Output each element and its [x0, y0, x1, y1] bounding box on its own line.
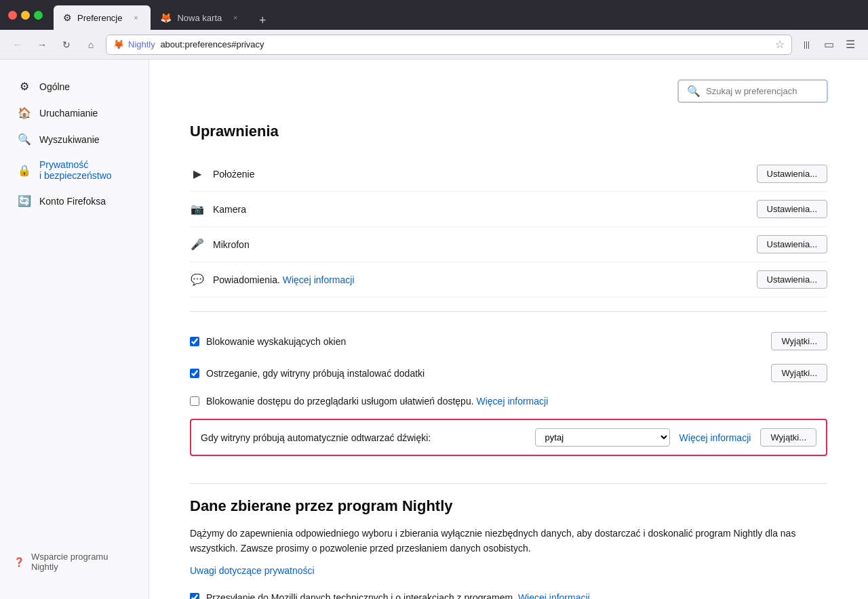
- browser-icon: 🦊: [113, 39, 124, 49]
- technical-data-checkbox[interactable]: [190, 593, 199, 599]
- back-button[interactable]: ←: [8, 35, 27, 54]
- content-area: 🔍 Uprawnienia ▶ Położenie Ustawienia... …: [149, 60, 868, 599]
- sidebar-bottom: ❓ Wsparcie programu Nightly: [0, 538, 149, 585]
- bookmark-icon[interactable]: ☆: [775, 38, 785, 51]
- technical-data-more-info-link[interactable]: Więcej informacji: [518, 592, 590, 599]
- content-header: 🔍: [190, 80, 827, 102]
- popup-label: Blokowanie wyskakujących okien: [206, 336, 771, 347]
- divider-1: [190, 311, 827, 312]
- sidebar-item-privacy[interactable]: 🔒 Prywatność i bezpieczeństwo: [4, 152, 144, 188]
- tab-new-tab-close[interactable]: ×: [230, 12, 241, 23]
- sidebar-item-support[interactable]: ❓ Wsparcie programu Nightly: [4, 545, 144, 579]
- browser-brand: Nightly: [128, 39, 155, 49]
- checkbox-technical-data: Przesyłanie do Mozilli danych techniczny…: [190, 585, 827, 599]
- address-text: Nightly about:preferences#privacy: [128, 39, 771, 49]
- data-section-title: Dane zbierane przez program Nightly: [190, 497, 827, 515]
- autoplay-exceptions-button[interactable]: Wyjątki...: [760, 428, 816, 447]
- search-prefs-icon: 🔍: [687, 85, 701, 98]
- search-preferences-input[interactable]: [706, 86, 818, 96]
- tab-preferences-close[interactable]: ×: [130, 12, 141, 23]
- sidebar-support-label: Wsparcie programu Nightly: [31, 552, 108, 572]
- menu-button[interactable]: ☰: [841, 35, 860, 54]
- tabs-bar: ⚙ Preferencje × 🦊 Nowa karta × +: [54, 0, 860, 30]
- startup-icon: 🏠: [18, 106, 31, 119]
- camera-settings-button[interactable]: Ustawienia...: [757, 200, 827, 218]
- permissions-section: Uprawnienia ▶ Położenie Ustawienia... 📷 …: [190, 123, 827, 456]
- camera-label: Kamera: [213, 204, 757, 215]
- microphone-settings-button[interactable]: Ustawienia...: [757, 235, 827, 253]
- sidebar-firefox-account-label: Konto Firefoksa: [39, 196, 106, 207]
- permission-notifications: 💬 Powiadomienia. Więcej informacji Ustaw…: [190, 262, 827, 297]
- traffic-lights: [8, 11, 43, 20]
- url-text: about:preferences#privacy: [160, 39, 264, 49]
- checkbox-addons: Ostrzeganie, gdy witryny próbują instalo…: [190, 357, 827, 389]
- sidebar-startup-label: Uruchamianie: [39, 108, 98, 119]
- tab-preferences-label: Preferencje: [77, 13, 122, 23]
- notifications-more-info-link[interactable]: Więcej informacji: [283, 274, 355, 285]
- addons-label: Ostrzeganie, gdy witryny próbują instalo…: [206, 368, 771, 379]
- popup-checkbox[interactable]: [190, 337, 199, 346]
- accessibility-checkbox[interactable]: [190, 396, 199, 406]
- sidebar: ⚙ Ogólne 🏠 Uruchamianie 🔍 Wyszukiwanie 🔒…: [0, 60, 149, 599]
- reload-button[interactable]: ↻: [57, 35, 76, 54]
- notifications-icon: 💬: [190, 273, 205, 286]
- sidebar-item-firefox-account[interactable]: 🔄 Konto Firefoksa: [4, 188, 144, 214]
- search-preferences-bar[interactable]: 🔍: [678, 80, 827, 102]
- forward-button[interactable]: →: [33, 35, 52, 54]
- lock-icon: 🔒: [18, 164, 31, 177]
- data-description: Dążymy do zapewnienia odpowiedniego wybo…: [190, 526, 827, 556]
- location-settings-button[interactable]: Ustawienia...: [757, 165, 827, 183]
- permission-location: ▶ Położenie Ustawienia...: [190, 157, 827, 192]
- tab-preferences[interactable]: ⚙ Preferencje ×: [54, 5, 151, 30]
- permission-microphone: 🎤 Mikrofon Ustawienia...: [190, 227, 827, 262]
- nav-actions: ⫼ ▭ ☰: [797, 35, 860, 54]
- permission-camera: 📷 Kamera Ustawienia...: [190, 192, 827, 227]
- minimize-button[interactable]: [21, 11, 30, 20]
- main-layout: ⚙ Ogólne 🏠 Uruchamianie 🔍 Wyszukiwanie 🔒…: [0, 60, 868, 599]
- camera-icon: 📷: [190, 203, 205, 215]
- tab-new-tab-label: Nowa karta: [177, 13, 222, 23]
- addons-checkbox[interactable]: [190, 369, 199, 378]
- new-tab-icon: 🦊: [160, 12, 172, 23]
- sidebar-search-label: Wyszukiwanie: [39, 134, 100, 145]
- data-collection-section: Dane zbierane przez program Nightly Dąży…: [190, 483, 827, 599]
- collections-button[interactable]: ⫼: [797, 35, 816, 54]
- divider-2: [190, 483, 827, 484]
- notifications-label: Powiadomienia. Więcej informacji: [213, 274, 757, 285]
- sidebar-general-label: Ogólne: [39, 81, 70, 92]
- general-icon: ⚙: [18, 80, 31, 93]
- autoplay-label: Gdy witryny próbują automatycznie odtwar…: [201, 432, 535, 443]
- microphone-label: Mikrofon: [213, 239, 757, 250]
- checkbox-popups: Blokowanie wyskakujących okien Wyjątki..…: [190, 325, 827, 357]
- preferences-tab-icon: ⚙: [63, 12, 72, 23]
- notifications-text: Powiadomienia.: [213, 274, 280, 285]
- sidebar-privacy-label: Prywatność i bezpieczeństwo: [39, 159, 112, 181]
- firefox-account-icon: 🔄: [18, 194, 31, 207]
- address-bar[interactable]: 🦊 Nightly about:preferences#privacy ☆: [106, 35, 792, 55]
- tab-new-tab[interactable]: 🦊 Nowa karta ×: [151, 5, 250, 30]
- sidebar-item-startup[interactable]: 🏠 Uruchamianie: [4, 100, 144, 126]
- maximize-button[interactable]: [34, 11, 43, 20]
- close-button[interactable]: [8, 11, 17, 20]
- navbar: ← → ↻ ⌂ 🦊 Nightly about:preferences#priv…: [0, 30, 868, 60]
- permissions-title: Uprawnienia: [190, 123, 827, 140]
- notifications-settings-button[interactable]: Ustawienia...: [757, 270, 827, 289]
- new-tab-button[interactable]: +: [253, 11, 272, 30]
- sidebar-item-search[interactable]: 🔍 Wyszukiwanie: [4, 126, 144, 152]
- titlebar: ⚙ Preferencje × 🦊 Nowa karta × +: [0, 0, 868, 30]
- location-icon: ▶: [190, 167, 205, 180]
- location-label: Położenie: [213, 169, 757, 180]
- technical-data-label: Przesyłanie do Mozilli danych techniczny…: [206, 592, 827, 599]
- autoplay-select[interactable]: pytaj Zezwalaj na dźwięk i wideo Blokuj …: [535, 428, 670, 447]
- sidebar-toggle-button[interactable]: ▭: [819, 35, 838, 54]
- privacy-notes-link[interactable]: Uwagi dotyczące prywatności: [190, 565, 315, 576]
- support-icon: ❓: [14, 557, 24, 567]
- checkbox-accessibility: Blokowanie dostępu do przeglądarki usług…: [190, 389, 827, 413]
- home-button[interactable]: ⌂: [81, 35, 100, 54]
- addons-exceptions-button[interactable]: Wyjątki...: [771, 364, 827, 382]
- accessibility-label: Blokowanie dostępu do przeglądarki usług…: [206, 396, 827, 407]
- autoplay-more-info-link[interactable]: Więcej informacji: [679, 432, 751, 443]
- accessibility-more-info-link[interactable]: Więcej informacji: [476, 396, 548, 407]
- sidebar-item-general[interactable]: ⚙ Ogólne: [4, 73, 144, 100]
- popup-exceptions-button[interactable]: Wyjątki...: [771, 332, 827, 350]
